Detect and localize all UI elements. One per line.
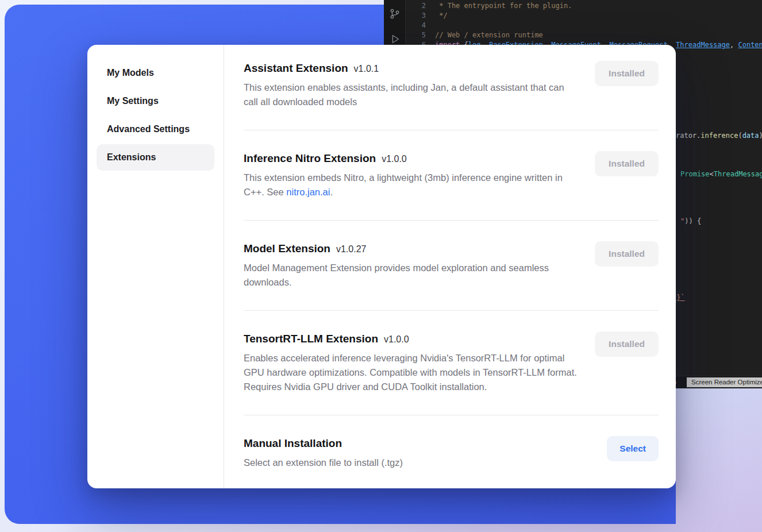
extension-title-line: Inference Nitro Extension v1.0.0	[244, 151, 580, 166]
code-token: Promise	[680, 170, 710, 178]
extension-info: Assistant Extension v1.0.1 This extensio…	[244, 61, 580, 109]
description-text: Select an extension file to install (.tg…	[244, 457, 403, 468]
code-line: 4	[406, 21, 762, 30]
code-token: <	[710, 170, 714, 178]
line-number: 4	[406, 21, 426, 30]
installed-button[interactable]: Installed	[595, 331, 659, 357]
code-token: */	[435, 11, 448, 21]
code-token: ThreadMessage	[714, 170, 762, 178]
code-line: 2 * The entrypoint for the plugin.	[406, 1, 762, 11]
extension-description: Model Management Extension provides mode…	[244, 261, 580, 290]
description-text: .	[330, 187, 333, 197]
installed-button[interactable]: Installed	[595, 61, 659, 86]
code-line: 5// Web / extension runtime	[406, 30, 762, 40]
extensions-panel: Assistant Extension v1.0.1 This extensio…	[224, 45, 676, 488]
code-area[interactable]: 2 * The entrypoint for the plugin.3 */45…	[406, 1, 762, 50]
extension-name: Model Extension	[244, 241, 330, 256]
code-token: data	[742, 132, 759, 140]
background-gradient-patch	[676, 388, 762, 532]
code-token: rator.	[676, 132, 701, 140]
extension-info: TensortRT-LLM Extension v1.0.0 Enables a…	[244, 331, 580, 394]
sidebar-item-my-settings[interactable]: My Settings	[97, 88, 214, 114]
page-background: 2 * The entrypoint for the plugin.3 */45…	[0, 0, 762, 532]
code-token: (	[738, 132, 742, 140]
extension-description: Enables accelerated inference leveraging…	[244, 351, 580, 394]
description-text: Model Management Extension provides mode…	[244, 263, 549, 287]
code-token: ,	[730, 40, 738, 50]
section-divider	[244, 415, 659, 415]
description-text: This extension enables assistants, inclu…	[244, 82, 564, 107]
extension-info: Manual Installation Select an extension …	[244, 436, 403, 470]
sidebar-item-advanced-settings[interactable]: Advanced Settings	[97, 116, 214, 142]
extension-title-line: Manual Installation	[244, 436, 403, 451]
link-nitro-jan-ai[interactable]: nitro.jan.ai	[286, 187, 330, 197]
extension-name: TensortRT-LLM Extension	[244, 331, 378, 346]
sidebar-item-label: Advanced Settings	[107, 124, 190, 134]
source-control-icon[interactable]	[388, 7, 402, 21]
sidebar-item-my-models[interactable]: My Models	[97, 60, 214, 86]
settings-sidebar: My Models My Settings Advanced Settings …	[87, 45, 224, 488]
extension-version: v1.0.0	[384, 334, 409, 345]
extension-title-line: Model Extension v1.0.27	[244, 241, 580, 256]
sidebar-item-label: My Models	[107, 68, 154, 78]
code-token: )) {	[684, 217, 701, 225]
extension-info: Model Extension v1.0.27 Model Management…	[244, 241, 580, 290]
extension-description: Select an extension file to install (.tg…	[244, 456, 403, 470]
extension-row: Model Extension v1.0.27 Model Management…	[244, 241, 659, 290]
line-number: 3	[406, 11, 426, 21]
screen-reader-optimized-badge[interactable]: Screen Reader Optimized	[687, 377, 762, 387]
installed-button[interactable]: Installed	[595, 241, 659, 267]
extension-row: TensortRT-LLM Extension v1.0.0 Enables a…	[244, 331, 659, 394]
code-token: * The entrypoint for the plugin.	[435, 1, 572, 11]
code-fragment: ")) {	[680, 217, 701, 225]
description-text: Enables accelerated inference leveraging…	[244, 353, 577, 392]
extension-row: Assistant Extension v1.0.1 This extensio…	[244, 61, 659, 109]
extension-row: Manual Installation Select an extension …	[244, 436, 659, 470]
code-token: inference	[701, 132, 738, 140]
select-button[interactable]: Select	[607, 436, 659, 461]
code-fragment: rator.inference(data));	[676, 132, 762, 140]
jan-settings-window: My Models My Settings Advanced Settings …	[87, 45, 676, 488]
extension-title-line: TensortRT-LLM Extension v1.0.0	[244, 331, 580, 346]
run-debug-icon[interactable]	[388, 32, 402, 46]
extension-version: v1.0.0	[382, 154, 407, 164]
code-token: ));	[759, 132, 762, 140]
extension-description: This extension enables assistants, inclu…	[244, 80, 580, 109]
section-divider	[244, 220, 659, 221]
code-token: ContentType	[738, 40, 762, 50]
extension-name: Inference Nitro Extension	[244, 151, 376, 166]
line-number: 2	[406, 1, 426, 11]
sidebar-item-label: My Settings	[107, 96, 159, 106]
extension-version: v1.0.27	[336, 244, 366, 255]
code-token: // Web / extension runtime	[435, 30, 543, 40]
installed-button[interactable]: Installed	[595, 151, 659, 176]
extension-info: Inference Nitro Extension v1.0.0 This ex…	[244, 151, 580, 199]
section-divider	[244, 130, 659, 130]
sidebar-item-label: Extensions	[107, 152, 156, 163]
code-fragment: Promise<ThreadMessage>	[680, 170, 762, 178]
section-divider	[244, 310, 659, 311]
extension-version: v1.0.1	[354, 64, 379, 74]
extension-row: Inference Nitro Extension v1.0.0 This ex…	[244, 151, 659, 199]
extension-name: Manual Installation	[244, 436, 342, 451]
code-token: ThreadMessage	[676, 40, 730, 50]
code-line: 3 */	[406, 11, 762, 21]
extension-name: Assistant Extension	[244, 61, 348, 76]
extension-title-line: Assistant Extension v1.0.1	[244, 61, 580, 76]
line-number: 5	[406, 30, 426, 40]
extension-description: This extension embeds Nitro, a lightweig…	[244, 171, 580, 199]
sidebar-item-extensions[interactable]: Extensions	[97, 144, 214, 171]
